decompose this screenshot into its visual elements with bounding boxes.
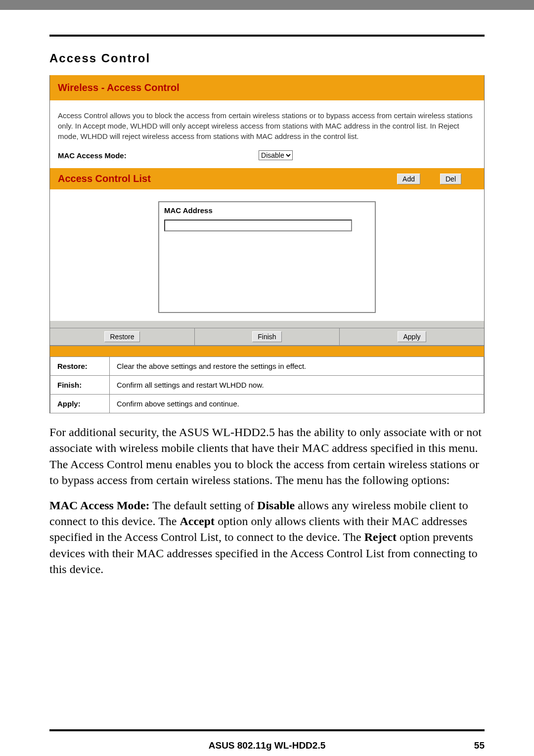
restore-button[interactable]: Restore xyxy=(104,331,139,342)
finish-button[interactable]: Finish xyxy=(252,331,281,342)
mac-access-mode-select[interactable]: Disable xyxy=(259,150,293,160)
section-heading: Access Control xyxy=(49,51,485,65)
restore-def-desc: Clear the above settings and restore the… xyxy=(110,357,484,376)
mode-row: MAC Access Mode: Disable xyxy=(50,146,484,168)
finish-def-label: Finish: xyxy=(50,376,110,395)
bold-reject: Reject xyxy=(364,531,397,543)
footer-rule xyxy=(49,729,485,731)
acl-title: Access Control List xyxy=(58,173,397,184)
orange-bar xyxy=(50,346,484,356)
definitions-table: Restore: Clear the above settings and re… xyxy=(50,356,484,413)
restore-cell: Restore xyxy=(50,328,194,345)
apply-def-label: Apply: xyxy=(50,395,110,413)
body-paragraph-1: For additional security, the ASUS WL-HDD… xyxy=(49,424,485,489)
bold-mac-access-mode: MAC Access Mode: xyxy=(49,499,150,512)
bold-disable: Disable xyxy=(257,499,295,512)
table-row: Finish: Confirm all settings and restart… xyxy=(50,376,484,395)
document-page: Access Control Wireless - Access Control… xyxy=(0,10,534,756)
del-button[interactable]: Del xyxy=(440,174,461,184)
table-row: Restore: Clear the above settings and re… xyxy=(50,357,484,376)
mac-access-mode-label: MAC Access Mode: xyxy=(58,151,259,160)
mac-table-spacer xyxy=(159,233,375,312)
panel-title: Wireless - Access Control xyxy=(58,82,179,93)
page-number: 55 xyxy=(474,740,485,751)
body-paragraph-2: MAC Access Mode: The default setting of … xyxy=(49,497,485,578)
acl-header: Access Control List Add Del xyxy=(50,168,484,189)
gray-bar xyxy=(50,321,484,328)
panel-description: Access Control allows you to block the a… xyxy=(50,100,484,146)
add-button[interactable]: Add xyxy=(397,174,420,184)
apply-button[interactable]: Apply xyxy=(398,331,426,342)
page-footer: ASUS 802.11g WL-HDD2.5 55 xyxy=(49,740,485,751)
apply-cell: Apply xyxy=(339,328,484,345)
mac-address-input[interactable] xyxy=(164,220,352,231)
action-row: Restore Finish Apply xyxy=(50,328,484,346)
bold-accept: Accept xyxy=(179,515,215,528)
mac-input-cell xyxy=(159,219,375,233)
top-rule xyxy=(49,35,485,37)
finish-def-desc: Confirm all settings and restart WLHDD n… xyxy=(110,376,484,395)
mac-table-wrap: MAC Address xyxy=(50,189,484,321)
restore-def-label: Restore: xyxy=(50,357,110,376)
mac-col-header: MAC Address xyxy=(159,202,375,219)
finish-cell: Finish xyxy=(194,328,339,345)
apply-def-desc: Confirm above settings and continue. xyxy=(110,395,484,413)
mac-address-table: MAC Address xyxy=(158,201,376,313)
p2-txt1: The default setting of xyxy=(150,499,258,512)
acl-button-group: Add Del xyxy=(397,174,461,184)
panel-header: Wireless - Access Control xyxy=(50,75,484,100)
settings-panel: Wireless - Access Control Access Control… xyxy=(49,75,485,413)
product-name: ASUS 802.11g WL-HDD2.5 xyxy=(209,740,326,751)
table-row: Apply: Confirm above settings and contin… xyxy=(50,395,484,413)
